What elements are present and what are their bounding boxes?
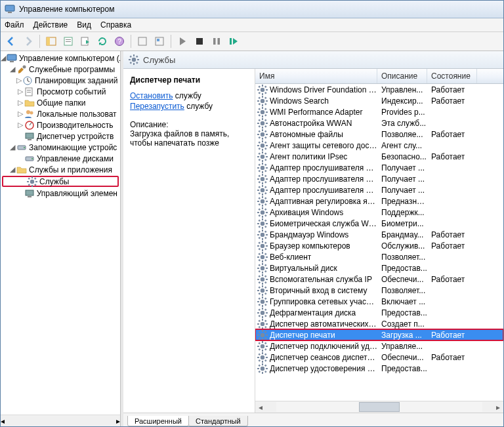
nav-back-button[interactable]	[3, 33, 19, 49]
tree-event-viewer[interactable]: Просмотр событий	[37, 87, 106, 96]
service-name: Вторичный вход в систему	[270, 286, 377, 295]
restart-link[interactable]: Перезапустить	[130, 102, 184, 111]
service-row[interactable]: Виртуальный дискПредостав...	[255, 262, 503, 274]
tree-shared-folders[interactable]: Общие папки	[37, 98, 85, 108]
service-row[interactable]: Адаптер прослушивателя Net.TcpПолучает .…	[255, 184, 503, 195]
tree-disk-management[interactable]: Управление дисками	[37, 154, 114, 163]
help-button[interactable]: ?	[112, 33, 127, 49]
col-state[interactable]: Состояние	[427, 69, 477, 83]
col-desc[interactable]: Описание	[377, 69, 427, 83]
titlebar[interactable]: Управление компьютером	[1, 1, 503, 18]
service-start-button[interactable]	[175, 33, 190, 49]
list-hscroll[interactable]: ◂▸	[255, 401, 503, 413]
service-row[interactable]: Автонастройка WWANЭта служб...	[255, 117, 503, 129]
service-desc: Получает ...	[377, 163, 427, 173]
service-row[interactable]: Дефрагментация дискаПредостав...	[255, 307, 503, 318]
service-row[interactable]: Брандмауэр WindowsБрандмау...Работает	[255, 229, 503, 240]
service-row[interactable]: Браузер компьютеровОбслужив...Работает	[255, 240, 503, 251]
tree-services-apps[interactable]: Службы и приложения	[29, 165, 112, 174]
gear-icon	[257, 263, 268, 274]
service-name: Биометрическая служба Windows	[270, 219, 377, 228]
refresh-button[interactable]	[94, 33, 110, 49]
clock-icon	[22, 75, 33, 86]
service-rows[interactable]: Windows Driver Foundation - User...Управ…	[255, 84, 503, 401]
service-name: Агент политики IPsec	[270, 152, 377, 161]
service-row[interactable]: Архивация WindowsПоддержк...	[255, 207, 503, 218]
service-row[interactable]: Адаптер прослушивателя Net.PipeПолучает …	[255, 173, 503, 184]
menu-view[interactable]: Вид	[77, 20, 91, 30]
service-desc: Агент слу...	[377, 141, 427, 150]
service-desc: Получает ...	[377, 174, 427, 184]
tree-device-manager[interactable]: Диспетчер устройств	[37, 132, 114, 141]
service-row[interactable]: Диспетчер сеансов диспетчера ...Обеспечи…	[255, 352, 503, 363]
tree-root[interactable]: Управление компьютером (л	[19, 54, 120, 63]
service-row[interactable]: Диспетчер автоматических подк...Создает …	[255, 318, 503, 329]
service-row[interactable]: Адаптивная регулировка яркостиПредназна.…	[255, 195, 503, 207]
menu-file[interactable]: Файл	[5, 20, 24, 30]
service-row[interactable]: Windows SearchИндексир...Работает	[255, 95, 503, 106]
show-hide-tree-button[interactable]	[43, 33, 59, 49]
svg-rect-30	[66, 39, 71, 40]
svg-rect-37	[157, 39, 159, 41]
service-desc: Получает ...	[377, 186, 427, 195]
tree-performance[interactable]: Производительность	[37, 121, 113, 130]
service-desc: Безопасно...	[377, 152, 427, 161]
toolbar-button-b[interactable]	[152, 33, 167, 49]
tree-local-users[interactable]: Локальные пользоват	[37, 110, 117, 119]
service-row[interactable]: Вторичный вход в системуПозволяет...	[255, 285, 503, 296]
service-row[interactable]: Диспетчер печатиЗагрузка ...Работает	[255, 329, 503, 340]
col-name[interactable]: Имя	[255, 69, 377, 83]
tree-hscroll[interactable]: ◂▸	[1, 415, 120, 426]
service-name: Агент защиты сетевого доступа	[270, 141, 377, 150]
view-tabs: Расширенный Стандартный	[123, 413, 503, 426]
tree-system-tools[interactable]: Служебные программы	[29, 65, 115, 74]
service-stop-button[interactable]	[192, 33, 207, 49]
column-headers[interactable]: Имя Описание Состояние	[255, 69, 503, 84]
service-desc: Обеспечи...	[377, 275, 427, 284]
menu-help[interactable]: Справка	[100, 20, 131, 30]
navigation-tree[interactable]: ◢Управление компьютером (л ◢Служебные пр…	[1, 51, 120, 415]
toolbar-button-a[interactable]	[135, 33, 150, 49]
tree-storage[interactable]: Запоминающие устройс	[29, 143, 117, 152]
service-row[interactable]: Автономные файлыПозволяе...Работает	[255, 129, 503, 140]
menu-action[interactable]: Действие	[33, 20, 68, 30]
tree-task-scheduler[interactable]: Планировщик заданий	[35, 76, 117, 85]
service-name: Вспомогательная служба IP	[270, 275, 377, 284]
service-row[interactable]: Адаптер прослушивателя Net.M...Получает …	[255, 162, 503, 173]
service-restart-button[interactable]	[226, 33, 242, 49]
tree-services[interactable]: Службы	[39, 177, 69, 186]
service-row[interactable]: Веб-клиентПозволяет...	[255, 251, 503, 262]
service-row[interactable]: Биометрическая служба WindowsБиометри...	[255, 218, 503, 229]
properties-button[interactable]	[60, 33, 76, 49]
gear-icon	[257, 163, 268, 173]
service-desc: Эта служб...	[377, 119, 427, 128]
service-name: Автонастройка WWAN	[270, 119, 377, 128]
service-row[interactable]: WMI Performance AdapterProvides p...	[255, 106, 503, 117]
tab-standard[interactable]: Стандартный	[188, 416, 248, 426]
tab-extended[interactable]: Расширенный	[127, 416, 189, 426]
service-row[interactable]: Windows Driver Foundation - User...Управ…	[255, 84, 503, 95]
service-row[interactable]: Диспетчер удостоверения сетев...Предоста…	[255, 363, 503, 374]
service-row[interactable]: Диспетчер подключений удален...Управляе.…	[255, 340, 503, 352]
service-name: Адаптер прослушивателя Net.Pipe	[270, 174, 377, 184]
wmi-icon	[24, 188, 35, 199]
nav-forward-button[interactable]	[20, 33, 36, 49]
service-row[interactable]: Агент защиты сетевого доступаАгент слу..…	[255, 140, 503, 151]
detail-pane: Диспетчер печати Остановить службу Перез…	[123, 69, 255, 413]
service-state: Работает	[427, 241, 477, 251]
export-button[interactable]	[77, 33, 93, 49]
device-icon	[24, 131, 35, 142]
stop-link[interactable]: Остановить	[130, 91, 173, 100]
storage-icon	[16, 142, 27, 153]
service-row[interactable]: Группировка сетевых участниковВключает .…	[255, 296, 503, 307]
service-pause-button[interactable]	[209, 33, 224, 49]
services-list: Имя Описание Состояние Windows Driver Fo…	[255, 69, 503, 413]
service-row[interactable]: Вспомогательная служба IPОбеспечи...Рабо…	[255, 274, 503, 285]
tree-wmi-control[interactable]: Управляющий элемен	[37, 189, 117, 198]
service-desc: Управляе...	[377, 342, 427, 351]
gear-icon	[257, 140, 268, 151]
service-name: Архивация Windows	[270, 208, 377, 217]
service-row[interactable]: Агент политики IPsecБезопасно...Работает	[255, 151, 503, 162]
disk-icon	[24, 153, 35, 164]
service-name: Группировка сетевых участников	[270, 297, 377, 306]
